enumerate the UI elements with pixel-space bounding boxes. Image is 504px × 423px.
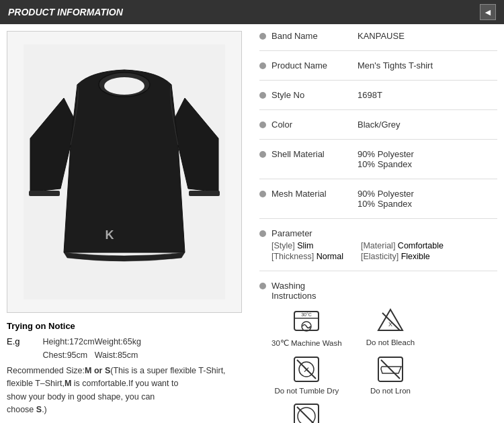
no-iron-icon <box>376 355 405 384</box>
desc3: show your body in good shape, you can <box>7 392 155 402</box>
param-material: [Material] Comfortable <box>361 241 444 250</box>
bullet-color <box>259 122 266 128</box>
header-title: PRODUCT INFORMATION <box>8 7 123 17</box>
label-product: Product Name <box>271 60 352 70</box>
no-bleach-icon: X <box>376 306 405 336</box>
divider-2 <box>259 80 497 81</box>
divider-5 <box>259 179 497 179</box>
svg-text:X: X <box>388 321 392 328</box>
color-row: Color Black/Grey <box>259 120 497 130</box>
no-dryclean-icon <box>292 402 321 423</box>
recommended-text: Recommended Size:M or S(This is a super … <box>7 365 249 417</box>
svg-text:30°C: 30°C <box>301 312 312 317</box>
label-brand: Band Name <box>271 31 352 41</box>
header: PRODUCT INFORMATION ◄ <box>0 0 504 24</box>
value-color: Black/Grey <box>358 120 401 130</box>
param-thickness: [Thickness] Normal <box>271 252 354 261</box>
shell-row: Shell Material 90% Polyester 10% Spandex <box>259 149 497 169</box>
bullet-param <box>259 230 266 237</box>
label-style: Style No <box>271 90 352 100</box>
label-mesh: Mesh Material <box>271 189 352 199</box>
bullet-brand <box>259 33 266 40</box>
desc4: choose S.) <box>7 405 47 414</box>
right-panel: Band Name KANPAUSE Product Name Men's Ti… <box>259 31 497 423</box>
style-no-row: Style No 1698T <box>259 90 497 100</box>
wash-dry: Do not Dryclean <box>271 402 342 423</box>
divider-7 <box>259 271 497 271</box>
recommended-label: Recommended Size: <box>7 366 85 375</box>
wash-tumble: ✕ Do not Tumble Dry <box>271 355 342 395</box>
svg-rect-4 <box>189 191 220 196</box>
label-color: Color <box>271 120 352 130</box>
desc2: flexible T–Shirt,M is comfortable.If you… <box>7 379 178 388</box>
wash-machine-label: 30℃ Machine Wash <box>271 338 342 348</box>
bullet-washing <box>259 283 266 289</box>
value-shell: 90% Polyester 10% Spandex <box>358 149 414 169</box>
param-style: [Style] Slim <box>271 241 354 250</box>
bullet-mesh <box>259 191 266 197</box>
band-name-row: Band Name KANPAUSE <box>259 31 497 41</box>
param-elasticity: [Elasticity] Flexible <box>361 252 444 261</box>
svg-point-2 <box>104 77 144 95</box>
machine-wash-icon: 30°C <box>292 306 321 336</box>
wash-bleach-label: Do not Bleach <box>366 338 415 346</box>
param-grid: [Style] Slim [Material] Comfortable [Thi… <box>271 241 444 261</box>
wash-machine: 30°C 30℃ Machine Wash <box>271 306 342 348</box>
value-style: 1698T <box>358 90 382 100</box>
divider-3 <box>259 109 497 110</box>
wash-bleach: X Do not Bleach <box>355 306 426 348</box>
wash-tumble-label: Do not Tumble Dry <box>274 387 339 395</box>
param-content: Parameter [Style] Slim [Material] Comfor… <box>271 228 444 261</box>
value-product: Men's Tights T-shirt <box>358 60 433 70</box>
divider-1 <box>259 50 497 51</box>
eg-label: E.g <box>7 335 20 349</box>
svg-line-17 <box>381 360 400 379</box>
svg-text:✕: ✕ <box>303 365 310 375</box>
weight-value: Weight:65kg <box>95 335 146 348</box>
try-on-notice: Trying on Notice E.g Height:172cm Weight… <box>7 320 249 416</box>
header-icon[interactable]: ◄ <box>480 4 496 20</box>
divider-6 <box>259 218 497 219</box>
value-brand: KANPAUSE <box>358 31 405 41</box>
mesh-row: Mesh Material 90% Polyester 10% Spandex <box>259 189 497 209</box>
chest-value: Chest:95cm <box>43 348 95 362</box>
bullet-shell <box>259 151 266 158</box>
product-image: K <box>7 31 242 313</box>
bullet-product <box>259 62 266 69</box>
label-shell: Shell Material <box>271 149 352 159</box>
washing-content: Washing Instructions 30°C 30℃ Machine Wa… <box>271 281 425 423</box>
waist-value: Waist:85cm <box>95 348 146 362</box>
try-on-title: Trying on Notice <box>7 320 249 334</box>
bullet-style <box>259 92 266 99</box>
svg-text:K: K <box>106 228 114 242</box>
height-value: Height:172cm <box>43 335 95 348</box>
divider-4 <box>259 139 497 140</box>
washing-icons: 30°C 30℃ Machine Wash X Do no <box>271 306 425 423</box>
svg-line-20 <box>297 407 316 423</box>
wash-iron: Do not Lron <box>355 355 426 395</box>
product-name-row: Product Name Men's Tights T-shirt <box>259 60 497 70</box>
left-panel: K Trying on Notice E.g Height:172cm Weig… <box>7 31 249 423</box>
svg-rect-3 <box>29 191 60 196</box>
value-mesh: 90% Polyester 10% Spandex <box>358 189 414 209</box>
no-tumble-icon: ✕ <box>292 355 321 384</box>
washing-row: Washing Instructions 30°C 30℃ Machine Wa… <box>259 281 497 423</box>
recommended-size: M or S <box>85 366 110 375</box>
wash-iron-label: Do not Lron <box>370 387 411 395</box>
shirt-illustration: K <box>24 44 225 299</box>
label-washing: Washing Instructions <box>271 281 352 301</box>
parameter-row: Parameter [Style] Slim [Material] Comfor… <box>259 228 497 261</box>
label-param: Parameter <box>271 228 352 238</box>
